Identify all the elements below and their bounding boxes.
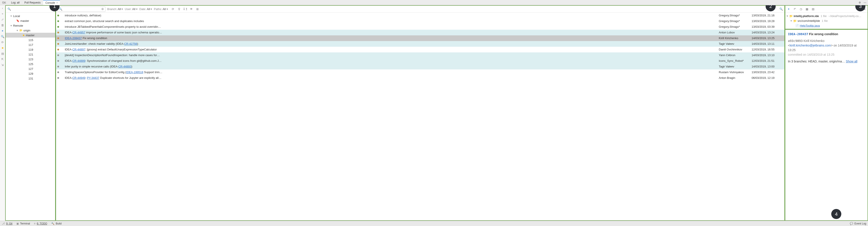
collapse2-icon[interactable]: ⇲ (1, 63, 5, 67)
statusbar-todo[interactable]: ≡6: TODO (34, 222, 47, 225)
issue-link[interactable]: CR-42756 (124, 42, 137, 45)
issue-link[interactable]: IDEA-199518 (126, 71, 143, 74)
expand-all-icon[interactable]: ⇱ (856, 7, 860, 11)
issue-link[interactable]: CR-44957 (72, 31, 85, 34)
tree-origin[interactable]: ▼📁origin (6, 28, 55, 33)
search-icon: 🔍 (59, 7, 62, 11)
flatten-icon[interactable]: ▤ (811, 7, 815, 11)
branch-131[interactable]: 131 (6, 76, 55, 81)
commit-author: Tagir Valeev (719, 42, 752, 45)
filter-settings-icon[interactable]: ⚙ (101, 7, 104, 11)
refresh-icon[interactable]: ⟳ (171, 7, 175, 11)
minimize-icon[interactable]: — (863, 1, 867, 4)
commit-graph-dot (57, 20, 59, 22)
filter-paths[interactable]: Paths: All ▾ (154, 7, 168, 11)
commit-row[interactable]: Infer purity in simple recursive calls (… (56, 64, 784, 69)
git-label: Git: (0, 1, 8, 4)
commit-message: introduce nullize(s, defValue) (65, 14, 719, 17)
commit-author: Gregory.Shrago* (719, 20, 752, 23)
tree-remote[interactable]: ▼Remote (6, 23, 55, 28)
file-tree-file[interactable]: 📄 HelpTooltip.java (785, 23, 868, 28)
commit-row[interactable]: IDEA-CR-44949: PY-34437 Duplicate shortc… (56, 75, 784, 81)
branch-origin-master[interactable]: ★master (6, 33, 55, 38)
compare-icon[interactable]: ✦ (786, 7, 790, 11)
commit-row[interactable]: IDEA-CR-44897: [groovy] extract DefaultU… (56, 47, 784, 52)
issue-link[interactable]: CR-44897 (72, 48, 85, 51)
branch-117[interactable]: 117 (6, 42, 55, 47)
commit-row[interactable]: TrailingSpacesOptionsProvider for Editor… (56, 69, 784, 75)
chevron-left-icon[interactable]: ‹ (1, 6, 5, 10)
commit-author-line: a93c9893 Kirill Kirichenko <kirill.kiric… (788, 39, 865, 52)
tab-console[interactable]: Console× (43, 0, 60, 5)
changed-files-panel: 3 ✦ ↶ ◷ ▦ ▤ ⇱ ⇲ ▼📁 intellij.platform.ide… (785, 5, 868, 29)
issue-link[interactable]: CR-44949 (72, 76, 85, 79)
file-tree-root[interactable]: ▼📁 intellij.platform.ide 1 file ~/IdeaPr… (785, 13, 868, 18)
refresh-icon[interactable]: ⟳ (1, 40, 5, 44)
log-search-input[interactable] (63, 7, 101, 11)
sort-icon[interactable]: ↧↥ (183, 7, 187, 11)
commit-row[interactable]: IDEA-CR-44957 improve performance of som… (56, 30, 784, 35)
tab-pull-requests[interactable]: Pull Requests (22, 0, 43, 5)
layout-icon[interactable]: ▤ (1, 51, 5, 55)
new-tab-icon[interactable]: ⊞ (196, 7, 199, 11)
filter-date[interactable]: Date: All ▾ (140, 7, 152, 11)
commit-date: 13/03/2019, 03:39 (752, 25, 784, 28)
branch-119[interactable]: 119 (6, 47, 55, 52)
collapse-all-icon[interactable]: ⇲ (862, 7, 866, 11)
history-icon[interactable]: ◷ (799, 7, 803, 11)
commit-title: IDEA-208437 Fix wrong condition (788, 32, 865, 36)
commit-row[interactable]: introduce nullize(s, defValue)Gregory.Sh… (56, 13, 784, 18)
commit-date: 06/03/2019, 12:19 (752, 76, 784, 79)
commit-author: Gregory.Shrago* (719, 25, 752, 28)
log-search-box[interactable]: 🔍 ⚙ (57, 6, 105, 12)
issue-link[interactable]: CR-44889 (72, 59, 85, 63)
branch-search-input[interactable] (12, 7, 53, 11)
branch-local-master[interactable]: 🔖master (6, 18, 55, 23)
statusbar-terminal[interactable]: ▣Terminal (17, 222, 30, 225)
branch-125[interactable]: 125 (6, 62, 55, 66)
group-icon[interactable]: ▦ (805, 7, 809, 11)
issue-link[interactable]: PY-34437 (87, 76, 99, 79)
filter-user[interactable]: User: All ▾ (125, 7, 137, 11)
tree-local[interactable]: ▼Local (6, 13, 55, 18)
plus-icon[interactable]: ＋ (1, 12, 5, 16)
commit-date: 14/03/2019, 13:00 (752, 65, 784, 68)
search-icon[interactable]: 🔍 (1, 35, 5, 38)
commit-row[interactable]: introduce JBTabbedPane#tabComponentInset… (56, 24, 784, 30)
commit-date: 14/03/2019, 13:11 (752, 42, 784, 45)
tab-log-all[interactable]: Log: all (9, 0, 22, 5)
commit-row[interactable]: IDEA-CR-44889: Synchronization of change… (56, 58, 784, 64)
find-icon[interactable]: 🔍 (779, 7, 783, 11)
commit-row[interactable]: extract common json, structural search a… (56, 18, 784, 24)
commit-row[interactable]: JoinLinesHandler: check marker validity … (56, 41, 784, 47)
undo-icon[interactable]: ↶ (793, 7, 797, 11)
top-tab-bar: Git: Log: all Pull Requests Console× ⚙ — (0, 0, 868, 5)
commit-message: JoinLinesHandler: check marker validity … (65, 42, 719, 45)
diff-icon[interactable]: ✦ (1, 29, 5, 33)
commit-message: extract common json, structural search a… (65, 20, 719, 23)
issue-link[interactable]: CR-44893 (118, 65, 131, 68)
statusbar-event-log[interactable]: 💬Event Log (850, 222, 866, 225)
collapse-icon[interactable]: ⤢ (1, 17, 5, 22)
branch-121[interactable]: 121 (6, 52, 55, 57)
filter-branch[interactable]: Branch: All ▾ (107, 7, 123, 11)
star-icon[interactable]: ★ (1, 46, 5, 50)
close-icon[interactable]: × (56, 1, 58, 4)
file-tree-dir[interactable]: ▼📁 src/com/intellij/ide 1 file (785, 18, 868, 23)
statusbar-build[interactable]: 🔨Build (51, 222, 62, 225)
branch-127[interactable]: 127 (6, 66, 55, 71)
issue-link[interactable]: IDEA-208437 (65, 36, 82, 40)
commit-date: 14/03/2019, 13:10 (752, 53, 784, 57)
trash-icon[interactable]: 🗑 (1, 23, 5, 27)
commit-row[interactable]: IDEA-208437 Fix wrong conditionKirill Ki… (56, 35, 784, 41)
branch-115[interactable]: 115 (6, 38, 55, 42)
show-all-link[interactable]: Show all (846, 60, 858, 63)
eye-icon[interactable]: 👁 (189, 7, 193, 11)
gear-icon[interactable]: ⚙ (858, 1, 862, 4)
branch-129[interactable]: 129 (6, 71, 55, 76)
branch-123[interactable]: 123 (6, 57, 55, 62)
expand-icon[interactable]: ⇱ (1, 57, 5, 61)
cherry-pick-icon[interactable]: ⚲ (177, 7, 181, 11)
statusbar-git[interactable]: ⎇9: Git (2, 222, 12, 225)
commit-row[interactable]: [devkit] InspectionDescriptionNotFoundIn… (56, 52, 784, 58)
